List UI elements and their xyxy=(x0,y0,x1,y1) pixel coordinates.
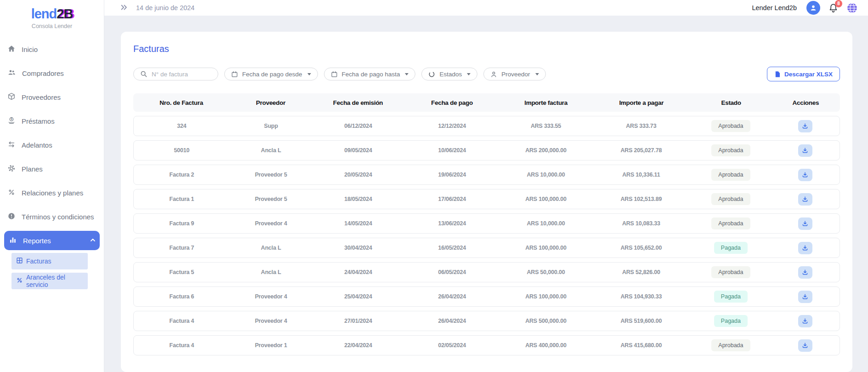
sidebar-nav: Inicio Compradores Proveedores $ Préstam… xyxy=(0,40,104,289)
cell-estado: Aprobada xyxy=(691,120,771,132)
sidebar-item-relaciones[interactable]: Relaciones y planes xyxy=(4,183,100,202)
svg-text:$: $ xyxy=(11,117,12,121)
subnav-item-facturas[interactable]: Facturas xyxy=(11,253,88,269)
user-label: Lender Lend2b xyxy=(752,4,797,11)
cell-acciones xyxy=(771,291,840,303)
invoice-search-input[interactable] xyxy=(152,71,211,78)
cell-fecha-emision: 24/04/2024 xyxy=(312,269,404,275)
globe-icon xyxy=(846,2,858,14)
sidebar-item-label: Relaciones y planes xyxy=(22,189,83,197)
col-header-proveedor: Proveedor xyxy=(229,99,312,106)
table-row: Factura 4 Proveedor 4 27/01/2024 26/04/2… xyxy=(133,311,840,331)
sidebar-item-terminos[interactable]: Términos y condiciones xyxy=(4,207,100,226)
cell-fecha-emision: 06/12/2024 xyxy=(312,123,404,129)
status-badge: Pagada xyxy=(714,242,748,254)
sidebar-item-adelantos[interactable]: Adelantos xyxy=(4,135,100,155)
filter-bar: Fecha de pago desde Fecha de pago hasta … xyxy=(133,67,840,81)
status-badge: Aprobada xyxy=(711,120,750,132)
reportes-subnav: Facturas Aranceles del servicio xyxy=(4,253,100,289)
percent-icon xyxy=(7,188,16,198)
row-download-button[interactable] xyxy=(798,315,812,327)
sidebar-item-reportes[interactable]: Reportes xyxy=(4,231,100,250)
download-icon xyxy=(802,147,808,154)
cell-estado: Aprobada xyxy=(691,339,771,351)
status-badge: Aprobada xyxy=(711,169,750,181)
facturas-card: Facturas Fecha de pago desde Fecha de pa… xyxy=(121,32,852,372)
invoice-search-pill[interactable] xyxy=(133,68,218,80)
cell-proveedor: Proveedor 5 xyxy=(230,172,312,178)
cell-importe-pagar: ARS 333.73 xyxy=(592,123,691,129)
cell-proveedor: Proveedor 4 xyxy=(230,318,312,324)
row-download-button[interactable] xyxy=(798,193,812,206)
cell-proveedor: Proveedor 1 xyxy=(230,342,312,349)
row-download-button[interactable] xyxy=(798,266,812,279)
col-header-importe-factura: Importe factura xyxy=(500,99,592,106)
cell-importe-pagar: ARS 415,680.00 xyxy=(592,342,691,349)
cell-acciones xyxy=(771,169,840,181)
sidebar-item-inicio[interactable]: Inicio xyxy=(4,40,100,59)
cell-nro-factura: Factura 9 xyxy=(134,220,230,227)
cell-proveedor: Ancla L xyxy=(230,245,312,251)
cell-importe-factura: ARS 400,000.00 xyxy=(500,342,592,349)
sidebar-item-label: Compradores xyxy=(22,69,64,77)
topbar: 14 de junio de 2024 Lender Lend2b 8 xyxy=(104,0,868,16)
row-download-button[interactable] xyxy=(798,144,812,157)
cell-importe-pagar: ARS 519,600.00 xyxy=(592,318,691,324)
sidebar-item-compradores[interactable]: Compradores xyxy=(4,63,100,83)
cell-importe-pagar: ARS 205,027.78 xyxy=(592,147,691,154)
language-globe-button[interactable] xyxy=(846,2,858,14)
cell-importe-factura: ARS 10,000.00 xyxy=(500,172,592,178)
cell-acciones xyxy=(771,193,840,206)
col-header-pago: Fecha de pago xyxy=(404,99,500,106)
col-header-estado: Estado xyxy=(691,99,771,106)
download-icon xyxy=(802,318,808,324)
provider-filter[interactable]: Proveedor xyxy=(483,68,545,80)
cell-fecha-pago: 17/06/2024 xyxy=(404,196,500,202)
row-download-button[interactable] xyxy=(798,169,812,181)
chevron-up-icon xyxy=(90,237,96,245)
sidebar-item-prestamos[interactable]: $ Préstamos xyxy=(4,111,100,131)
sidebar-item-label: Inicio xyxy=(22,46,38,53)
row-download-button[interactable] xyxy=(798,217,812,230)
table-row: Factura 1 Proveedor 5 18/05/2024 17/06/2… xyxy=(133,189,840,209)
main-area: 14 de junio de 2024 Lender Lend2b 8 Fact… xyxy=(104,0,868,372)
cell-estado: Pagada xyxy=(691,315,771,327)
download-icon xyxy=(802,293,808,300)
table-row: 324 Supp 06/12/2024 12/12/2024 ARS 333.5… xyxy=(133,116,840,136)
sidebar-item-proveedores[interactable]: Proveedores xyxy=(4,87,100,107)
date-from-filter[interactable]: Fecha de pago desde xyxy=(224,68,318,80)
user-avatar[interactable] xyxy=(806,1,820,15)
cell-fecha-emision: 30/04/2024 xyxy=(312,245,404,251)
sidebar-item-label: Préstamos xyxy=(22,117,55,125)
notifications-button[interactable]: 8 xyxy=(828,3,839,13)
download-icon xyxy=(802,220,808,227)
row-download-button[interactable] xyxy=(798,339,812,352)
cell-proveedor: Proveedor 4 xyxy=(230,293,312,300)
row-download-button[interactable] xyxy=(798,291,812,303)
cell-proveedor: Supp xyxy=(230,123,312,129)
logo-part-2b: 2B xyxy=(57,6,73,21)
cell-importe-pagar: ARS 102,513.89 xyxy=(592,196,691,202)
cell-importe-factura: ARS 500,000.00 xyxy=(500,318,592,324)
row-download-button[interactable] xyxy=(798,242,812,254)
col-header-emision: Fecha de emisión xyxy=(312,99,404,106)
row-download-button[interactable] xyxy=(798,120,812,132)
date-to-filter[interactable]: Fecha de pago hasta xyxy=(324,68,416,80)
download-xlsx-button[interactable]: Descargar XLSX xyxy=(767,67,840,81)
table-row: 50010 Ancla L 09/05/2024 10/06/2024 ARS … xyxy=(133,140,840,160)
sidebar-expand-icon[interactable] xyxy=(120,4,128,12)
subnav-item-aranceles[interactable]: Aranceles del servicio xyxy=(11,273,88,289)
table-row: Factura 9 Proveedor 4 14/05/2024 13/06/2… xyxy=(133,213,840,234)
chevron-down-icon xyxy=(307,73,311,75)
states-filter[interactable]: Estados xyxy=(421,68,477,80)
bar-chart-icon xyxy=(9,236,17,246)
provider-label: Proveedor xyxy=(501,71,530,78)
users-icon xyxy=(7,69,16,78)
cell-fecha-pago: 26/04/2024 xyxy=(404,318,500,324)
sidebar-item-planes[interactable]: Planes xyxy=(4,159,100,178)
download-icon xyxy=(802,172,808,178)
logo-part-lend: lend xyxy=(31,6,57,21)
cell-acciones xyxy=(771,315,840,327)
cell-fecha-pago: 16/05/2024 xyxy=(404,245,500,251)
cell-fecha-emision: 22/04/2024 xyxy=(312,342,404,349)
